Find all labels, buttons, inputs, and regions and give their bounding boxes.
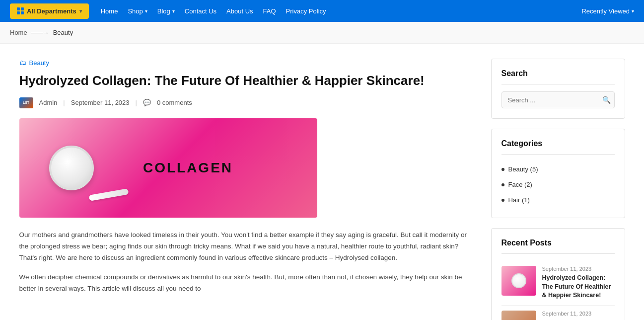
chevron-down-icon: ▾ xyxy=(632,8,634,14)
sidebar: Search 🔍 Categories Beauty (5) xyxy=(491,59,625,320)
comments-icon: 💬 xyxy=(143,99,151,106)
collagen-text-overlay: COLLAGEN xyxy=(143,160,233,176)
nav-about-us[interactable]: About Us xyxy=(222,5,257,17)
author-logo: LST xyxy=(19,97,33,108)
nav-contact-us[interactable]: Contact Us xyxy=(181,5,220,17)
thumb-jar-icon xyxy=(511,273,526,288)
nav-privacy-policy[interactable]: Privacy Policy xyxy=(282,5,330,17)
article-area: 🗂 Beauty Hydrolyzed Collagen: The Future… xyxy=(19,59,476,320)
category-link-face[interactable]: Face (2) xyxy=(508,181,532,188)
nav-faq[interactable]: FAQ xyxy=(259,5,280,17)
top-navigation: All Departments ▾ Home Shop ▾ Blog ▾ Con… xyxy=(0,0,644,22)
chevron-down-icon: ▾ xyxy=(79,8,82,14)
breadcrumb-current: Beauty xyxy=(53,29,73,36)
recent-post-info-1: September 11, 2023 Hydrolyzed Collagen: … xyxy=(542,266,615,300)
recent-post-thumbnail-1 xyxy=(501,266,536,296)
meta-separator-2: | xyxy=(136,99,137,106)
article-body: Our mothers and grandmothers have looked… xyxy=(19,230,476,295)
nav-blog[interactable]: Blog ▾ xyxy=(153,5,179,17)
category-item-hair: Hair (1) xyxy=(501,192,615,208)
category-link-hair[interactable]: Hair (1) xyxy=(508,196,530,204)
collagen-jar-image xyxy=(49,146,94,190)
category-link-beauty[interactable]: Beauty (5) xyxy=(508,165,538,173)
bullet-icon xyxy=(501,168,504,171)
search-title: Search xyxy=(501,69,615,84)
chevron-down-icon: ▾ xyxy=(145,8,147,14)
breadcrumb-arrow: ——→ xyxy=(31,29,49,36)
search-input-wrap: 🔍 xyxy=(501,91,615,108)
bullet-icon xyxy=(501,199,504,202)
recent-post-link-1[interactable]: Hydrolyzed Collagen: The Future Of Healt… xyxy=(542,274,611,299)
search-input[interactable] xyxy=(502,92,597,108)
article-image: COLLAGEN xyxy=(19,118,317,218)
categories-title: Categories xyxy=(501,139,615,155)
recent-post-thumbnail-2 xyxy=(501,311,536,320)
recent-posts-title: Recent Posts xyxy=(501,239,615,254)
category-item-face: Face (2) xyxy=(501,177,615,192)
all-departments-label: All Departments xyxy=(27,7,76,15)
nav-links: Home Shop ▾ Blog ▾ Contact Us About Us F… xyxy=(97,5,582,17)
article-title: Hydrolyzed Collagen: The Future Of Healt… xyxy=(19,73,476,89)
recent-post-item-1: September 11, 2023 Hydrolyzed Collagen: … xyxy=(501,261,615,306)
recent-post-title-1: Hydrolyzed Collagen: The Future Of Healt… xyxy=(542,274,615,300)
comments-count: 0 comments xyxy=(157,99,192,106)
collagen-spoon-image xyxy=(88,188,129,201)
folder-icon: 🗂 xyxy=(19,59,26,67)
breadcrumb-home[interactable]: Home xyxy=(10,29,27,36)
category-link[interactable]: Beauty xyxy=(29,59,49,67)
category-item-beauty: Beauty (5) xyxy=(501,161,615,177)
recent-post-date-1: September 11, 2023 xyxy=(542,266,615,272)
category-list: Beauty (5) Face (2) Hair (1) xyxy=(501,161,615,208)
article-date: September 11, 2023 xyxy=(71,99,130,106)
sidebar-recent-posts-box: Recent Posts September 11, 2023 Hydrolyz… xyxy=(491,228,625,320)
all-departments-button[interactable]: All Departments ▾ xyxy=(10,3,89,19)
nav-shop[interactable]: Shop ▾ xyxy=(124,5,151,17)
recently-viewed-button[interactable]: Recently Viewed ▾ xyxy=(581,7,634,15)
meta-separator: | xyxy=(63,99,65,106)
recent-post-date-2: September 11, 2023 xyxy=(542,311,615,317)
breadcrumb: Home ——→ Beauty xyxy=(0,22,644,44)
recent-post-info-2: September 11, 2023 xyxy=(542,311,615,320)
main-container: 🗂 Beauty Hydrolyzed Collagen: The Future… xyxy=(9,44,635,320)
grid-icon xyxy=(17,7,24,14)
recent-post-item-2: September 11, 2023 xyxy=(501,306,615,320)
nav-home[interactable]: Home xyxy=(97,5,122,17)
article-meta: LST Admin | September 11, 2023 | 💬 0 com… xyxy=(19,97,476,108)
sidebar-search-box: Search 🔍 xyxy=(491,59,625,119)
sidebar-categories-box: Categories Beauty (5) Face (2) xyxy=(491,129,625,218)
author-name: Admin xyxy=(39,99,58,106)
recent-posts-list: September 11, 2023 Hydrolyzed Collagen: … xyxy=(501,261,615,320)
bullet-icon xyxy=(501,183,504,186)
recently-viewed-label: Recently Viewed xyxy=(581,7,630,15)
article-paragraph-1: Our mothers and grandmothers have looked… xyxy=(19,230,476,264)
article-category: 🗂 Beauty xyxy=(19,59,476,67)
article-paragraph-2: We often decipher chemical compounds or … xyxy=(19,272,476,295)
chevron-down-icon: ▾ xyxy=(172,8,175,14)
search-submit-button[interactable]: 🔍 xyxy=(597,92,615,108)
